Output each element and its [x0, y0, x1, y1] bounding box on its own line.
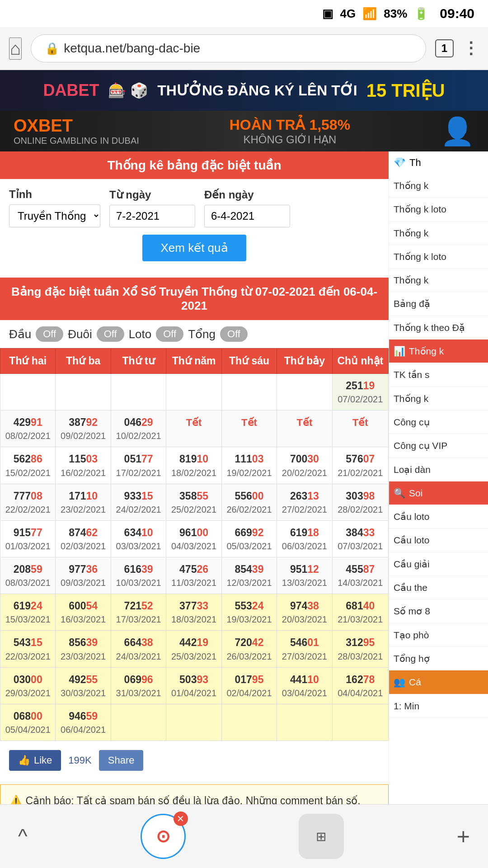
table-cell: 49255 30/03/2021	[56, 667, 111, 704]
fb-like-button[interactable]: 👍 Like	[9, 750, 61, 771]
table-cell: 16278 04/04/2021	[332, 667, 388, 704]
table-cell: 55600 26/02/2021	[221, 484, 277, 520]
app-logo-circle[interactable]: ✕ ⊙	[141, 814, 186, 859]
table-cell: 01795 02/04/2021	[221, 667, 277, 704]
sidebar-item[interactable]: TK tần s	[389, 363, 488, 387]
toggle-loto-btn[interactable]: Off	[156, 326, 183, 342]
sidebar-item[interactable]: Công cụ VIP	[389, 434, 488, 458]
table-cell-highlight: 66438 24/03/2021	[111, 631, 166, 667]
table-cell: 97438 20/03/2021	[277, 594, 332, 631]
table-cell	[221, 704, 277, 741]
table-cell	[166, 704, 221, 741]
table-cell: 11503 16/02/2021	[56, 447, 111, 484]
oxbet-subtitle: ONLINE GAMBLING IN DUBAI	[14, 136, 139, 146]
table-cell: 56286 15/02/2021	[0, 447, 56, 484]
sidebar-item-min[interactable]: 1: Min	[389, 694, 488, 718]
ad-oxbet-banner[interactable]: OXBET ONLINE GAMBLING IN DUBAI HOÀN TRẢ …	[0, 111, 488, 151]
sidebar-item[interactable]: Loại dàn	[389, 458, 488, 481]
sidebar-item[interactable]: Thống k	[389, 387, 488, 410]
new-tab-button[interactable]: +	[457, 823, 470, 849]
sidebar-item[interactable]: Tạo phò	[389, 623, 488, 647]
sidebar-item[interactable]: Bảng đặ	[389, 292, 488, 316]
sidebar-item-chart[interactable]: 📊 Thống k	[389, 340, 488, 363]
sidebar-item[interactable]: Số mơ 8	[389, 599, 488, 623]
table-row: 54315 22/03/2021 85639 23/03/2021 66438 …	[0, 631, 389, 667]
sidebar-item[interactable]: Thống k	[389, 174, 488, 198]
table-row: 03000 29/03/2021 49255 30/03/2021 06996 …	[0, 667, 389, 704]
home-button[interactable]: ⌂	[9, 38, 22, 60]
table-row: 25119 07/02/2021	[0, 374, 389, 410]
sidebar-header: 💎 Th	[389, 151, 488, 174]
search-button[interactable]: Xem kết quả	[142, 235, 246, 261]
table-cell: Tết	[166, 410, 221, 447]
toggle-dau-label: Đầu	[9, 327, 31, 341]
col-thu-bay: Thứ bảy	[277, 349, 332, 374]
app-logo-icon: ⊙	[156, 826, 170, 846]
sidebar-item[interactable]: Tổng hợ	[389, 647, 488, 670]
toggle-loto-label: Loto	[129, 327, 152, 341]
table-cell: 05177 17/02/2021	[111, 447, 166, 484]
table-cell: 96100 04/03/2021	[166, 520, 221, 557]
table-row: 06800 05/04/2021 94659 06/04/2021	[0, 704, 389, 741]
status-bar: ▣ 4G 📶 83% 🔋 09:40	[0, 0, 488, 27]
special-table: Thứ hai Thứ ba Thứ tư Thứ năm Thứ sáu Th…	[0, 348, 389, 741]
sidebar-item-ca[interactable]: 👥 Cá	[389, 670, 488, 694]
table-cell: 81910 18/02/2021	[166, 447, 221, 484]
sidebar-item[interactable]: Công cụ	[389, 410, 488, 434]
cell-date: 08/02/2021	[3, 429, 52, 442]
to-date-label: Đến ngày	[204, 189, 290, 201]
tet-label: Tết	[297, 417, 313, 428]
sidebar-item[interactable]: Thống k loto	[389, 198, 488, 221]
table-cell: 60054 16/03/2021	[56, 594, 111, 631]
sidebar-item[interactable]: Thống k	[389, 269, 488, 292]
from-date-input[interactable]	[109, 205, 195, 227]
table-cell: 72042 26/03/2021	[221, 631, 277, 667]
menu-dots[interactable]: ⋮	[463, 39, 479, 58]
table-cell: 20859 08/03/2021	[0, 557, 56, 594]
table-cell-highlight: 06996 31/03/2021	[111, 667, 166, 704]
table-cell: 26313 27/02/2021	[277, 484, 332, 520]
table-row: 20859 08/03/2021 97736 09/03/2021 61639 …	[0, 557, 389, 594]
toggle-duoi-btn[interactable]: Off	[97, 326, 124, 342]
back-button[interactable]: ^	[18, 825, 28, 848]
cell-date: 10/02/2021	[114, 429, 163, 442]
sidebar-item[interactable]: Thống k theo Đặ	[389, 316, 488, 340]
sidebar-item[interactable]: Cầu loto	[389, 505, 488, 528]
sidebar-soi-text: Soi	[409, 487, 422, 499]
table-cell: 42991 08/02/2021	[0, 410, 56, 447]
sidebar-header-text: Th	[409, 157, 421, 169]
ad-dabet-banner[interactable]: DABET 🎰 🎲 THƯỞNG ĐĂNG KÝ LÊN TỚI 15 TRIỆ…	[0, 70, 488, 111]
table-cell: 45587 14/03/2021	[332, 557, 388, 594]
tinh-select[interactable]: Truyền Thống	[9, 204, 100, 227]
sidebar-item-soi[interactable]: 🔍 Soi	[389, 481, 488, 505]
close-icon[interactable]: ✕	[174, 811, 188, 826]
col-thu-ba: Thứ ba	[56, 349, 111, 374]
cell-date: 07/02/2021	[335, 393, 385, 406]
signal-icon: 📶	[362, 7, 377, 21]
tab-switcher[interactable]: ⊞	[299, 814, 344, 859]
lock-icon: 🔒	[45, 42, 59, 56]
table-cell: 03000 29/03/2021	[0, 667, 56, 704]
tet-label: Tết	[241, 417, 257, 428]
fb-icon: 👍	[18, 755, 30, 766]
diamond-icon: 💎	[394, 157, 406, 169]
col-thu-sau: Thứ sáu	[221, 349, 277, 374]
toggle-duoi-label: Đuôi	[68, 327, 92, 341]
toggle-tong-btn[interactable]: Off	[220, 326, 248, 342]
tab-count[interactable]: 1	[435, 39, 454, 57]
table-row: 91577 01/03/2021 87462 02/03/2021 63410 …	[0, 520, 389, 557]
sidebar-item[interactable]: Cầu loto	[389, 528, 488, 552]
form-row: Tỉnh Truyền Thống Từ ngày Đến ngày	[9, 188, 380, 227]
sidebar-item[interactable]: Thống k loto	[389, 245, 488, 269]
cell-number: 25119	[335, 378, 385, 393]
table-cell: 91577 01/03/2021	[0, 520, 56, 557]
from-date-group: Từ ngày	[109, 189, 195, 227]
sidebar-item[interactable]: Thống k	[389, 222, 488, 245]
table-row: 56286 15/02/2021 11503 16/02/2021 05177 …	[0, 447, 389, 484]
sidebar-item[interactable]: Cầu the	[389, 576, 488, 599]
url-bar[interactable]: 🔒 ketqua.net/bang-dac-bie	[31, 34, 426, 62]
to-date-input[interactable]	[204, 205, 290, 227]
sidebar-item[interactable]: Cầu giải	[389, 552, 488, 576]
share-button[interactable]: Share	[99, 750, 144, 771]
toggle-dau-btn[interactable]: Off	[36, 326, 63, 342]
